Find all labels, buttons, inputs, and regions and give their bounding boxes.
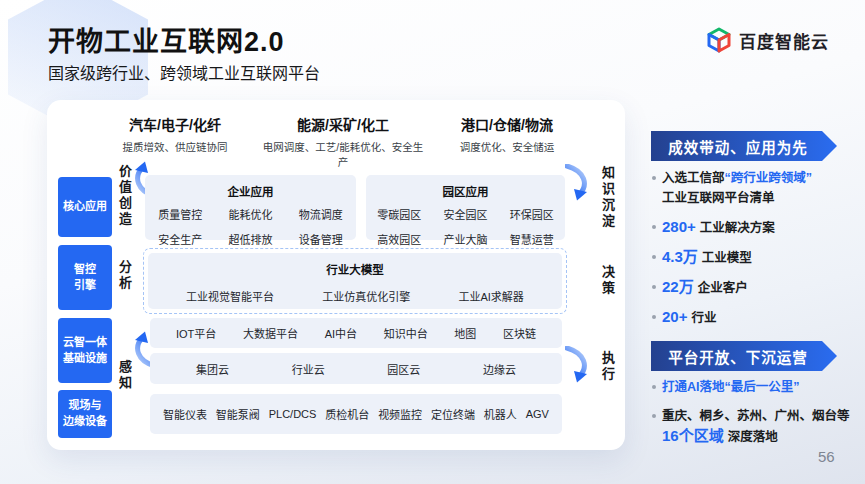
stat-text: 工业解决方案: [700, 221, 775, 235]
layer-edge-devices: 现场与 边缘设备: [58, 390, 112, 438]
industry-column-auto: 汽车/电子/化纤 提质增效、供应链协同: [95, 114, 255, 154]
app-item: 质量管控: [145, 206, 215, 222]
stat-number: 280+: [662, 218, 696, 235]
architecture-panel: 汽车/电子/化纤 提质增效、供应链协同 能源/采矿/化工 电网调度、工艺/能耗优…: [47, 100, 625, 450]
layer-label: 核心应用: [63, 199, 107, 215]
bullet-stat: 4.3万工业模型: [650, 247, 860, 268]
model-item: 工业仿真优化引擎: [322, 288, 410, 304]
enterprise-apps-box: 企业应用 质量管控 能耗优化 物流调度 安全生产 超低排放 设备管理: [145, 175, 356, 240]
edge-item: PLC/DCS: [269, 408, 317, 420]
industry-model-items: 工业视觉智能平台 工业仿真优化引擎 工业AI求解器: [148, 288, 562, 304]
bullet-stat: 280+工业解决方案: [650, 217, 860, 238]
park-apps-box: 园区应用 零碳园区 安全园区 环保园区 高效园区 产业大脑 智慧运营: [366, 175, 565, 240]
layer-cloud-infrastructure: 云智一体 基础设施: [58, 318, 112, 383]
bullet-dot: [652, 385, 656, 389]
industry-desc: 电网调度、工艺/能耗优化、安全生产: [259, 139, 427, 169]
baidu-cloud-logo: 百度智能云: [706, 27, 829, 53]
enterprise-apps-grid: 质量管控 能耗优化 物流调度 安全生产 超低排放 设备管理: [145, 206, 356, 247]
platform-item: AI中台: [325, 325, 357, 341]
baidu-cloud-cube-icon: [706, 27, 732, 53]
layer-label: 云智一体 基础设施: [63, 335, 107, 367]
layer-control-engine: 智控 引擎: [58, 245, 112, 310]
page-number: 56: [818, 448, 835, 465]
bullet-text: 重庆、桐乡、苏州、广州、烟台等: [662, 409, 850, 423]
bullet-miit-list: 入选工信部“跨行业跨领域” 工业互联网平台清单: [650, 168, 860, 208]
edge-item: 智能泵阀: [216, 406, 260, 422]
logo-text: 百度智能云: [739, 28, 829, 53]
edge-device-row: 智能仪表 智能泵阀 PLC/DCS 质检机台 视频监控 定位终端 机器人 AGV: [150, 394, 562, 434]
stat-text: 行业: [691, 311, 716, 325]
app-item: 能耗优化: [215, 206, 285, 222]
flow-label-analysis: 分析: [115, 260, 134, 292]
page-title: 开物工业互联网2.0: [48, 20, 285, 59]
enterprise-apps-title: 企业应用: [145, 183, 356, 199]
park-apps-grid: 零碳园区 安全园区 环保园区 高效园区 产业大脑 智慧运营: [366, 206, 565, 247]
bullet-stat: 20+行业: [650, 307, 860, 328]
banner-title: 成效带动、应用为先: [668, 136, 820, 157]
banner-title: 平台开放、下沉运营: [668, 346, 820, 367]
stat-number: 4.3万: [662, 248, 698, 265]
cloud-item: 集团云: [196, 361, 229, 377]
industry-title: 汽车/电子/化纤: [95, 114, 255, 134]
app-item: 设备管理: [286, 231, 356, 247]
stat-text: 企业客户: [698, 281, 748, 295]
edge-item: 视频监控: [378, 406, 422, 422]
industry-title: 港口/仓储/物流: [432, 114, 582, 134]
bullet-highlight: 打通AI落地“最后一公里”: [662, 380, 800, 394]
industry-column-port: 港口/仓储/物流 调度优化、安全储运: [432, 114, 582, 154]
cloud-row: 集团云 行业云 园区云 边缘云: [150, 353, 562, 384]
layer-label: 现场与 边缘设备: [63, 398, 107, 430]
app-item: 零碳园区: [366, 206, 432, 222]
stat-text: 工业模型: [702, 251, 752, 265]
cloud-item: 行业云: [292, 361, 325, 377]
app-item: 高效园区: [366, 231, 432, 247]
app-item: 物流调度: [286, 206, 356, 222]
flow-label-execution: 执行: [598, 351, 617, 383]
stat-number: 22万: [662, 278, 694, 295]
page-subtitle: 国家级跨行业、跨领域工业互联网平台: [48, 60, 320, 84]
model-item: 工业AI求解器: [458, 288, 523, 304]
industry-title: 能源/采矿/化工: [259, 114, 427, 134]
edge-item: 质检机台: [325, 406, 369, 422]
park-apps-title: 园区应用: [366, 183, 565, 199]
bullet-text: 工业互联网平台清单: [662, 191, 775, 205]
flow-down-arrow-icon: [565, 164, 591, 202]
bullet-highlight: “跨行业跨领域”: [725, 171, 813, 185]
edge-item: 智能仪表: [163, 406, 207, 422]
edge-item: 机器人: [484, 406, 517, 422]
app-item: 安全园区: [432, 206, 498, 222]
layer-core-applications: 核心应用: [58, 177, 112, 237]
bullet-text: 深度落地: [728, 430, 778, 444]
stat-number: 16个区域: [662, 427, 724, 444]
sidebar-list-platform: 打通AI落地“最后一公里” 重庆、桐乡、苏州、广州、烟台等 16个区域深度落地: [650, 377, 860, 456]
app-item: 安全生产: [145, 231, 215, 247]
app-item: 超低排放: [215, 231, 285, 247]
bullet-dot: [652, 176, 656, 180]
bullet-ai-lastmile: 打通AI落地“最后一公里”: [650, 377, 860, 397]
cloud-item: 园区云: [387, 361, 420, 377]
sidebar-banner-results: 成效带动、应用为先: [651, 131, 837, 161]
bullet-dot: [652, 225, 656, 229]
industry-model-title: 行业大模型: [148, 261, 562, 277]
edge-item: 定位终端: [431, 406, 475, 422]
layer-label: 智控 引擎: [74, 262, 96, 294]
bullet-regions: 重庆、桐乡、苏州、广州、烟台等 16个区域深度落地: [650, 406, 860, 447]
flow-label-decision: 决策: [598, 265, 617, 297]
platform-item: IOT平台: [176, 325, 216, 341]
app-item: 产业大脑: [432, 231, 498, 247]
sidebar-list-results: 入选工信部“跨行业跨领域” 工业互联网平台清单 280+工业解决方案 4.3万工…: [650, 168, 860, 337]
bullet-stat: 22万企业客户: [650, 277, 860, 298]
flow-label-knowledge: 知识沉淀: [598, 166, 617, 230]
sidebar-banner-platform: 平台开放、下沉运营: [651, 341, 837, 371]
cloud-item: 边缘云: [483, 361, 516, 377]
industry-model-box: 行业大模型 工业视觉智能平台 工业仿真优化引擎 工业AI求解器: [143, 248, 567, 314]
platform-item: 知识中台: [384, 325, 428, 341]
bullet-dot: [652, 285, 656, 289]
flow-down-arrow-icon: [565, 346, 591, 384]
bullet-dot: [652, 255, 656, 259]
platform-item: 大数据平台: [243, 325, 298, 341]
app-item: 环保园区: [499, 206, 565, 222]
industry-column-energy: 能源/采矿/化工 电网调度、工艺/能耗优化、安全生产: [259, 114, 427, 169]
bullet-dot: [652, 315, 656, 319]
platform-row: IOT平台 大数据平台 AI中台 知识中台 地图 区块链: [150, 318, 562, 348]
